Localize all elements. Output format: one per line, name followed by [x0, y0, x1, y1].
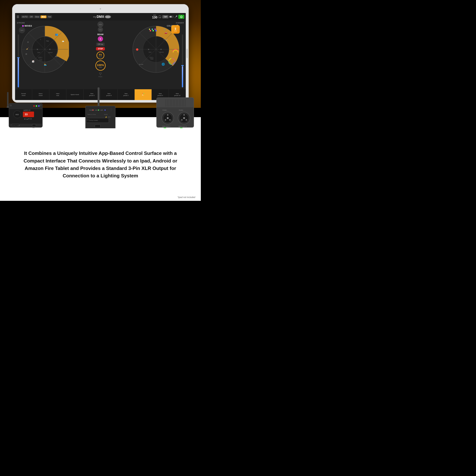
svg-text:WIFI: WIFI	[101, 110, 103, 111]
svg-text:Speed: Speed	[159, 51, 164, 53]
svg-text:🧹: 🧹	[26, 47, 29, 50]
svg-point-128	[181, 119, 183, 121]
svg-text:ADJ: ADJ	[16, 114, 19, 116]
mic-icon[interactable]: 🎤	[174, 16, 177, 18]
prism-control[interactable]: ▽ Prism	[99, 72, 102, 78]
footnote: *ipad not included	[178, 196, 195, 199]
speed-med[interactable]: Med	[41, 16, 47, 18]
svg-text:✕: ✕	[160, 48, 162, 51]
svg-text:Size: Size	[149, 51, 152, 53]
svg-rect-78	[98, 87, 100, 108]
tablet-side-button	[187, 49, 187, 58]
off-iris-button[interactable]: Off Iris	[96, 43, 104, 46]
svg-point-43	[154, 29, 156, 30]
svg-point-123	[169, 119, 171, 121]
svg-text:DMX OUT 2: DMX OUT 2	[178, 125, 187, 127]
beam-controls: BEAM ●	[97, 33, 103, 41]
adj-center-icon: ADJ	[98, 27, 103, 32]
svg-point-40	[155, 30, 157, 32]
svg-point-84	[98, 110, 99, 111]
svg-text:Shift: Shift	[39, 59, 42, 61]
svg-text:✦✦✦: ✦✦✦	[139, 63, 143, 66]
tablet-screen: ☰ AUTO Off Slow Med Hot my DMX GO	[15, 13, 186, 100]
svg-text:🌐: 🌐	[162, 63, 165, 66]
controls-area: STROBE DIMMER Open ADJ	[15, 20, 186, 89]
beam-active-button[interactable]: ●	[98, 36, 103, 41]
battery-indicator	[170, 16, 173, 18]
svg-point-68	[33, 105, 35, 107]
gobo-control[interactable]: 100% Gobo	[95, 60, 106, 71]
preset-active[interactable]: P...	[135, 89, 152, 100]
tap-button[interactable]: TAP	[162, 15, 169, 18]
bottom-section: It Combines a Uniquely Intuitive App-Bas…	[0, 128, 201, 201]
svg-point-41	[149, 29, 150, 30]
speed-slow[interactable]: Slow	[34, 16, 40, 18]
preset-7[interactable]: Newpreset 7	[118, 89, 135, 100]
stop-button[interactable]: STOP	[96, 47, 105, 51]
svg-text:⊘: ⊘	[27, 41, 29, 43]
svg-rect-74	[32, 124, 36, 126]
svg-text:🛑: 🛑	[136, 48, 138, 51]
app-header: ☰ AUTO Off Slow Med Hot my DMX GO	[15, 13, 186, 20]
svg-rect-64	[23, 112, 34, 117]
go-label: GO	[105, 15, 111, 18]
header-right: BPM 130 🎧 TAP 🎤 ⏻	[152, 15, 184, 19]
svg-text:33: 33	[25, 113, 28, 116]
svg-text:Speed: Speed	[48, 52, 52, 53]
svg-point-93	[87, 119, 87, 120]
svg-rect-96	[95, 125, 101, 128]
moves-label: MOVES	[22, 25, 32, 27]
svg-text:⚙: ⚙	[25, 53, 27, 55]
hamburger-icon[interactable]: ☰	[17, 15, 19, 18]
bpm-display: BPM 130	[152, 15, 157, 19]
svg-point-94	[87, 119, 88, 120]
svg-text:myDMX GO: myDMX GO	[23, 110, 31, 111]
hardware-device-right: PUSH PUSH DMX OUT 1 DMX OUT 2	[153, 92, 197, 129]
dimmer-slider[interactable]	[182, 34, 183, 87]
svg-point-69	[36, 105, 37, 107]
svg-point-70	[38, 105, 40, 107]
preset-space-mood[interactable]: Space mood	[66, 89, 84, 100]
svg-point-42	[152, 29, 153, 30]
svg-text:🚗: 🚗	[164, 31, 168, 34]
svg-text:IP20: IP20	[108, 116, 111, 118]
svg-text:PUSH: PUSH	[163, 109, 167, 111]
svg-text:✕: ✕	[148, 48, 150, 51]
svg-rect-61	[9, 103, 42, 109]
dimmer-button[interactable]: 🎛 Subs	[171, 25, 180, 34]
hw-right-svg: PUSH PUSH DMX OUT 1 DMX OUT 2	[153, 92, 197, 129]
svg-text:ⓒⓒ○: ⓒⓒ○	[150, 57, 154, 59]
power-button[interactable]: ⏻	[178, 15, 184, 19]
svg-text:ⓒⓒ○: ⓒⓒ○	[38, 57, 43, 59]
svg-text:↕: ↕	[40, 38, 41, 40]
main-description: It Combines a Uniquely Intuitive App-Bas…	[17, 150, 184, 179]
svg-rect-59	[7, 106, 9, 108]
svg-text:👥: 👥	[55, 33, 58, 36]
svg-text:◄ ▲▼ D: ◄ ▲▼ D	[24, 118, 32, 120]
beam-label: BEAM	[97, 33, 103, 35]
svg-text:PWR: PWR	[89, 110, 92, 111]
svg-text:⚡: ⚡	[105, 116, 107, 118]
speed-off[interactable]: Off	[29, 16, 34, 18]
bpm-value: 130	[152, 16, 157, 19]
svg-point-124	[167, 117, 169, 119]
moves-wheel-container[interactable]: MOVES	[21, 25, 69, 73]
preset-hard-rock[interactable]: Hardrock	[49, 89, 66, 100]
svg-text:· · · ·: · · · ·	[42, 30, 46, 32]
svg-text:Size: Size	[37, 52, 40, 53]
svg-text:〰: 〰	[55, 55, 58, 58]
svg-point-121	[167, 114, 169, 116]
svg-rect-102	[157, 98, 193, 107]
speed-hot[interactable]: Hot	[47, 16, 52, 18]
svg-point-122	[165, 119, 166, 121]
hardware-device-mid: PWR USB WIFI Made in China RoHS IP20 ⚡ 1…	[82, 87, 119, 134]
svg-text:Fan: Fan	[46, 40, 49, 42]
strobe-slider[interactable]	[18, 34, 19, 87]
strobe-label: STROBE	[17, 22, 25, 24]
moves-wheel-svg[interactable]: · · · · 👥 ⛅ 〰 🏊 🎲 ⚙ ⊘	[21, 25, 69, 73]
svg-text:16 Dry Contact: 16 Dry Contact	[12, 125, 20, 126]
speed-buttons: AUTO Off Slow Med Hot	[21, 16, 52, 18]
dimmer-label: DIMMER	[176, 22, 184, 24]
speed-auto[interactable]: AUTO	[21, 16, 29, 18]
p2-control[interactable]: P2 Zoom	[97, 51, 104, 59]
